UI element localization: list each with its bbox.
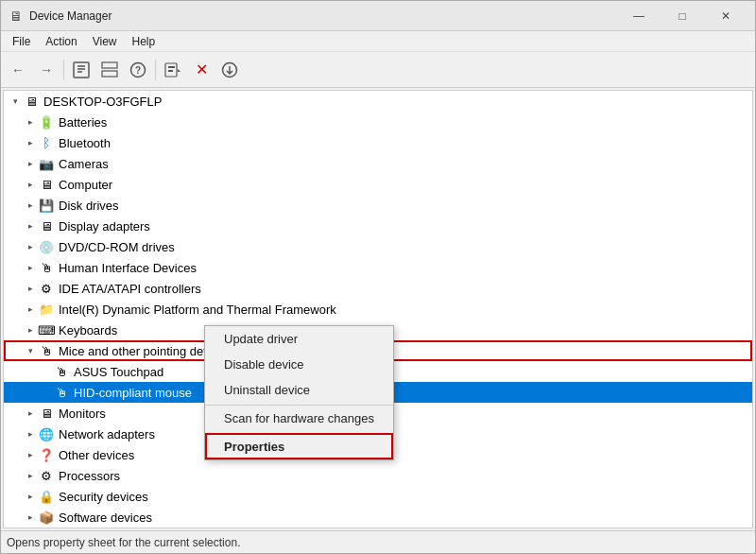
security-arrow — [23, 489, 38, 504]
ide-label: IDE ATA/ATAPI controllers — [59, 282, 201, 296]
network-arrow — [23, 426, 38, 441]
disk-label: Disk drives — [59, 199, 119, 213]
processors-arrow — [23, 468, 38, 483]
tree-item-ide[interactable]: ⚙ IDE ATA/ATAPI controllers — [4, 278, 752, 299]
menu-view[interactable]: View — [85, 33, 125, 50]
hid-label: Human Interface Devices — [59, 261, 197, 275]
menu-file[interactable]: File — [5, 33, 38, 50]
toolbar-scan[interactable] — [160, 57, 186, 83]
computer-icon2: 🖥 — [38, 176, 55, 193]
computer-arrow — [23, 177, 38, 192]
menu-help[interactable]: Help — [125, 33, 163, 50]
camera-icon: 📷 — [38, 155, 55, 172]
computer-label: Computer — [59, 178, 112, 192]
tree-item-sound[interactable]: 🔊 Sound, video and game controllers — [4, 528, 752, 528]
tree-item-bluetooth[interactable]: ᛒ Bluetooth — [4, 132, 752, 153]
intel-label: Intel(R) Dynamic Platform and Thermal Fr… — [59, 303, 336, 317]
hidmouse-icon: 🖱 — [53, 384, 70, 401]
mice-icon: 🖱 — [38, 342, 55, 359]
monitors-arrow — [23, 406, 38, 421]
context-scan-hardware[interactable]: Scan for hardware changes — [205, 405, 393, 431]
intel-arrow — [23, 302, 38, 317]
asus-arrow — [38, 364, 53, 379]
context-update-driver[interactable]: Update driver — [205, 326, 393, 352]
ide-arrow — [23, 281, 38, 296]
device-manager-window: 🖥 Device Manager — □ ✕ File Action View … — [0, 0, 756, 554]
svg-rect-10 — [168, 70, 173, 72]
keyboards-arrow — [23, 322, 38, 338]
bluetooth-arrow — [23, 135, 38, 150]
tree-root[interactable]: 🖥 DESKTOP-O3FGFLP — [4, 91, 752, 112]
tree-item-diskdrives[interactable]: 💾 Disk drives — [4, 195, 752, 216]
tree-item-hid[interactable]: 🖱 Human Interface Devices — [4, 257, 752, 278]
status-bar: Opens property sheet for the current sel… — [1, 530, 755, 553]
tree-item-processors[interactable]: ⚙ Processors — [4, 465, 752, 486]
ide-icon: ⚙ — [38, 280, 55, 297]
tree-item-cameras[interactable]: 📷 Cameras — [4, 153, 752, 174]
context-properties[interactable]: Properties — [205, 433, 393, 459]
status-text: Opens property sheet for the current sel… — [7, 536, 240, 549]
tree-item-batteries[interactable]: 🔋 Batteries — [4, 112, 752, 132]
software-icon: 📦 — [38, 509, 55, 526]
tree-item-software[interactable]: 📦 Software devices — [4, 507, 752, 528]
dvd-label: DVD/CD-ROM drives — [59, 240, 175, 254]
menu-action[interactable]: Action — [38, 33, 84, 50]
security-label: Security devices — [59, 490, 148, 504]
context-uninstall-device[interactable]: Uninstall device — [205, 377, 393, 403]
disk-icon: 💾 — [38, 197, 55, 214]
toolbar-list[interactable] — [96, 57, 123, 83]
display-label: Display adapters — [59, 219, 150, 234]
toolbar-back[interactable]: ← — [5, 57, 31, 83]
bluetooth-icon: ᛒ — [38, 134, 55, 151]
root-label: DESKTOP-O3FGFLP — [43, 95, 162, 109]
hid-icon: 🖱 — [38, 259, 55, 276]
toolbar-update[interactable] — [216, 57, 243, 83]
context-menu: Update driver Disable device Uninstall d… — [204, 325, 394, 460]
intel-icon: 📁 — [38, 301, 55, 318]
hidmouse-label: HID-compliant mouse — [74, 386, 192, 400]
cameras-label: Cameras — [59, 157, 109, 171]
toolbar: ← → ? — [1, 52, 755, 88]
monitors-icon: 🖥 — [38, 405, 55, 422]
display-icon: 🖥 — [38, 217, 55, 234]
tree-item-display[interactable]: 🖥 Display adapters — [4, 216, 752, 236]
dvd-arrow — [23, 239, 38, 254]
computer-icon: 🖥 — [23, 93, 40, 110]
processors-label: Processors — [59, 469, 120, 483]
tree-item-intel[interactable]: 📁 Intel(R) Dynamic Platform and Thermal … — [4, 299, 752, 320]
root-arrow — [8, 94, 23, 109]
other-icon: ❓ — [38, 446, 55, 463]
mice-arrow — [23, 343, 38, 358]
tree-item-computer[interactable]: 🖥 Computer — [4, 174, 752, 195]
keyboards-label: Keyboards — [59, 323, 117, 338]
software-arrow — [23, 510, 38, 525]
asus-label: ASUS Touchpad — [74, 365, 163, 379]
close-button[interactable]: ✕ — [704, 1, 747, 31]
cameras-arrow — [23, 156, 38, 171]
toolbar-separator-2 — [155, 60, 156, 80]
window-icon: 🖥 — [9, 9, 24, 24]
toolbar-help[interactable]: ? — [125, 57, 151, 83]
context-disable-device[interactable]: Disable device — [205, 352, 393, 377]
tree-item-dvd[interactable]: 💿 DVD/CD-ROM drives — [4, 236, 752, 257]
monitors-label: Monitors — [59, 407, 106, 421]
minimize-button[interactable]: — — [617, 1, 661, 31]
network-icon: 🌐 — [38, 425, 55, 442]
svg-text:?: ? — [135, 65, 141, 76]
tree-item-security[interactable]: 🔒 Security devices — [4, 486, 752, 507]
software-label: Software devices — [59, 511, 152, 525]
processors-icon: ⚙ — [38, 467, 55, 484]
dvd-icon: 💿 — [38, 238, 55, 255]
window-title: Device Manager — [29, 9, 617, 23]
disk-arrow — [23, 198, 38, 213]
toolbar-forward[interactable]: → — [33, 57, 60, 83]
toolbar-uninstall[interactable]: ✕ — [188, 57, 215, 83]
toolbar-separator-1 — [63, 60, 64, 80]
battery-icon: 🔋 — [38, 113, 55, 130]
other-label: Other devices — [59, 448, 134, 462]
device-tree[interactable]: 🖥 DESKTOP-O3FGFLP 🔋 Batteries ᛒ Bluetoot… — [3, 90, 753, 528]
toolbar-properties[interactable] — [68, 57, 94, 83]
maximize-button[interactable]: □ — [661, 1, 704, 31]
network-label: Network adapters — [59, 427, 155, 441]
hidmouse-arrow — [38, 385, 53, 400]
